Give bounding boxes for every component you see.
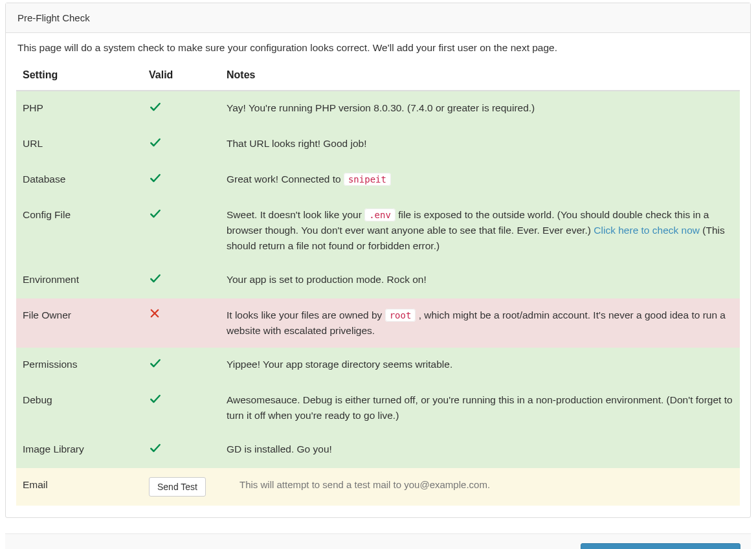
row-permissions: Permissions Yippee! Your app storage dir… — [16, 348, 740, 383]
valid-cell — [142, 127, 220, 162]
setting-label: Environment — [16, 263, 142, 298]
check-icon — [149, 272, 162, 285]
send-test-button[interactable]: Send Test — [149, 477, 206, 497]
note-text: Sweet. It doesn't look like your — [227, 209, 364, 220]
valid-cell: Send Test — [142, 468, 220, 506]
valid-cell — [142, 91, 220, 127]
column-setting: Setting — [16, 63, 142, 91]
notes-cell: It looks like your files are owned by ro… — [220, 298, 740, 348]
notes-cell: GD is installed. Go you! — [220, 432, 740, 468]
check-icon — [149, 100, 162, 113]
check-env-link[interactable]: Click here to check now — [594, 225, 700, 236]
row-fileowner: File Owner It looks like your files are … — [16, 298, 740, 348]
column-notes: Notes — [220, 63, 740, 91]
notes-cell: That URL looks right! Good job! — [220, 127, 740, 162]
column-valid: Valid — [142, 63, 220, 91]
row-imagelib: Image Library GD is installed. Go you! — [16, 432, 740, 468]
valid-cell — [142, 383, 220, 432]
setting-label: Database — [16, 162, 142, 198]
setting-label: URL — [16, 127, 142, 162]
row-email: Email Send Test This will attempt to sen… — [16, 468, 740, 506]
notes-cell: Your app is set to production mode. Rock… — [220, 263, 740, 298]
check-icon — [149, 442, 162, 454]
note-text: Great work! Connected to — [227, 174, 344, 185]
next-button[interactable]: Next: Create Database Tables — [581, 543, 740, 549]
setting-label: Config File — [16, 198, 142, 263]
setting-label: Email — [16, 468, 142, 506]
code-snippet: .env — [364, 208, 395, 221]
notes-cell: Awesomesauce. Debug is either turned off… — [220, 383, 740, 432]
code-snippet: root — [385, 309, 416, 322]
notes-cell: This will attempt to send a test mail to… — [220, 468, 740, 506]
row-database: Database Great work! Connected to snipei… — [16, 162, 740, 198]
valid-cell — [142, 162, 220, 198]
notes-cell: Yippee! Your app storage directory seems… — [220, 348, 740, 383]
row-environment: Environment Your app is set to productio… — [16, 263, 740, 298]
setting-label: PHP — [16, 91, 142, 127]
check-icon — [149, 357, 162, 370]
check-icon — [149, 172, 162, 185]
row-config: Config File Sweet. It doesn't look like … — [16, 198, 740, 263]
setting-label: Debug — [16, 383, 142, 432]
valid-cell — [142, 298, 220, 348]
code-snippet: snipeit — [344, 173, 391, 186]
x-icon — [149, 308, 162, 320]
note-text: It looks like your files are owned by — [227, 309, 385, 320]
panel-title: Pre-Flight Check — [6, 3, 750, 33]
setting-label: Image Library — [16, 432, 142, 468]
intro-text: This page will do a system check to make… — [6, 33, 750, 63]
valid-cell — [142, 432, 220, 468]
row-url: URL That URL looks right! Good job! — [16, 127, 740, 162]
valid-cell — [142, 263, 220, 298]
valid-cell — [142, 348, 220, 383]
checks-table: Setting Valid Notes PHP Yay! You're runn… — [16, 63, 740, 506]
notes-cell: Yay! You're running PHP version 8.0.30. … — [220, 91, 740, 127]
row-php: PHP Yay! You're running PHP version 8.0.… — [16, 91, 740, 127]
setting-label: Permissions — [16, 348, 142, 383]
valid-cell — [142, 198, 220, 263]
check-icon — [149, 136, 162, 149]
row-debug: Debug Awesomesauce. Debug is either turn… — [16, 383, 740, 432]
preflight-panel: Pre-Flight Check This page will do a sys… — [5, 3, 751, 518]
setting-label: File Owner — [16, 298, 142, 348]
check-icon — [149, 207, 162, 220]
footer-bar: Next: Create Database Tables — [5, 533, 751, 549]
note-text: This will attempt to send a test mail to… — [227, 479, 490, 490]
check-icon — [149, 392, 162, 405]
notes-cell: Great work! Connected to snipeit — [220, 162, 740, 198]
notes-cell: Sweet. It doesn't look like your .env fi… — [220, 198, 740, 263]
